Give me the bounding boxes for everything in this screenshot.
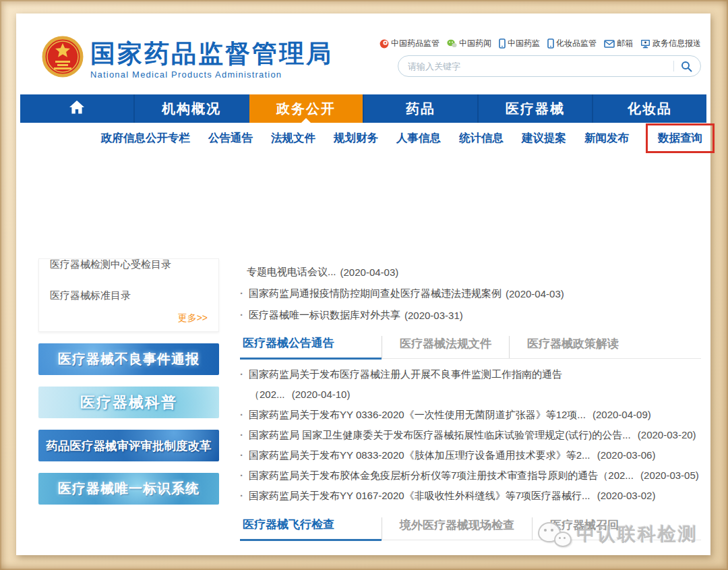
quicklink-device-standards-directory[interactable]: 医疗器械标准目录 (50, 289, 208, 302)
nav-medical-devices[interactable]: 医疗器械 (477, 94, 592, 123)
search-icon[interactable] (681, 61, 692, 72)
news-item[interactable]: 医疗器械唯一标识数据库对外共享 (2020-03-31) (240, 304, 701, 326)
nav-cosmetics[interactable]: 化妆品 (592, 94, 706, 123)
weibo-icon (380, 39, 389, 49)
subnav-personnel[interactable]: 人事信息 (396, 131, 441, 146)
more-link[interactable]: 更多>> (50, 312, 208, 324)
top-links: 中国药品监管 中国药闻 中国药监 (398, 38, 701, 49)
news-date: (2020-04-03) (340, 266, 399, 278)
nav-agency-overview[interactable]: 机构概况 (133, 94, 248, 123)
search-divider (673, 61, 674, 72)
dropdown-panel (16, 154, 710, 258)
top-news-list: 专题电视电话会议... (2020-04-03) 国家药监局通报疫情防控期间查处… (240, 258, 701, 326)
header-link-mail[interactable]: 邮箱 (604, 38, 633, 49)
news-date: (2020-03-05) (640, 469, 699, 481)
list-item[interactable]: 国家药监局关于发布YY 0336-2020《一次性使用无菌阴道扩张器》等12项.… (240, 405, 701, 425)
news-item[interactable]: 国家药监局通报疫情防控期间查处医疗器械违法违规案例 (2020-04-03) (240, 283, 701, 304)
notice-list: 国家药监局关于发布医疗器械注册人开展不良事件监测工作指南的通告 （202... … (240, 364, 701, 506)
banner-review-approval-reform[interactable]: 药品医疗器械审评审批制度改革 (38, 430, 219, 461)
header-right: 中国药品监管 中国药闻 中国药监 (398, 38, 701, 77)
news-date: (2020-03-20) (638, 429, 696, 440)
site-subtitle: National Medical Products Administration (90, 69, 333, 80)
banner-device-science[interactable]: 医疗器械科普 (38, 387, 219, 418)
subnav-proposals[interactable]: 建议提案 (522, 131, 566, 146)
tab-overseas-onsite-inspection[interactable]: 境外医疗器械现场检查 (382, 517, 532, 540)
list-item[interactable]: 国家药监局关于发布YY 0167-2020《非吸收性外科缝线》等7项医疗器械行.… (240, 486, 701, 506)
list-item[interactable]: 国家药监局关于发布医疗器械注册人开展不良事件监测工作指南的通告 （202... … (240, 364, 701, 405)
main-column: 专题电视电话会议... (2020-04-03) 国家药监局通报疫情防控期间查处… (240, 258, 701, 540)
site-brand: 国家药品监督管理局 National Medical Products Admi… (90, 40, 333, 80)
subnav-gov-info-disclosure[interactable]: 政府信息公开专栏 (101, 131, 190, 146)
tab-device-policy-interpretation[interactable]: 医疗器械政策解读 (509, 336, 636, 358)
tab-device-regulations[interactable]: 医疗器械法规文件 (382, 336, 509, 358)
search-bar (398, 55, 701, 77)
device-directory-panel: 医疗器械检测中心受检目录 医疗器械标准目录 更多>> (38, 258, 219, 332)
header-link-wechat[interactable]: 中国药闻 (447, 38, 491, 49)
browser-page: 国家药品监督管理局 National Medical Products Admi… (16, 13, 710, 555)
banner-udi-system[interactable]: 医疗器械唯一标识系统 (38, 473, 219, 505)
subnav-news-release[interactable]: 新闻发布 (584, 131, 629, 146)
wechat-icon (447, 39, 457, 48)
content-area: 医疗器械检测中心受检目录 医疗器械标准目录 更多>> 医疗器械不良事件通报 医疗… (20, 258, 706, 555)
header-link-info-report[interactable]: 政务信息报送 (640, 38, 701, 49)
site-header: 国家药品监督管理局 National Medical Products Admi… (16, 13, 710, 94)
header-link-cosmetics-app[interactable]: 化妆品监管 (547, 38, 597, 49)
subnav-statistics[interactable]: 统计信息 (459, 131, 504, 146)
news-date: (2020-04-10) (292, 389, 351, 400)
news-date: (2020-03-31) (404, 310, 463, 321)
header-link-nmpa-app[interactable]: 中国药监 (499, 38, 540, 49)
national-emblem-logo (42, 35, 84, 78)
nav-gov-affairs[interactable]: 政务公开 (249, 94, 363, 123)
home-icon (68, 99, 86, 119)
nav-drugs[interactable]: 药品 (363, 94, 477, 123)
news-date: (2020-03-06) (597, 449, 656, 461)
subnav-planning-finance[interactable]: 规划财务 (334, 131, 378, 146)
site-title: 国家药品监督管理局 (90, 40, 333, 67)
data-query-highlight-box: 数据查询 (646, 123, 715, 153)
tab-flight-inspection[interactable]: 医疗器械飞行检查 (240, 517, 382, 541)
mobile-icon (499, 38, 506, 49)
news-date: (2020-04-03) (506, 288, 564, 300)
monitor-icon (640, 39, 650, 49)
watermark-text: 中认联科检测 (577, 522, 698, 546)
quicklink-device-testing-directory[interactable]: 医疗器械检测中心受检目录 (50, 258, 208, 271)
news-date: (2020-04-09) (593, 409, 651, 420)
header-link-weibo[interactable]: 中国药品监管 (380, 38, 439, 49)
list-item[interactable]: 国家药监局关于发布YY 0833-2020《肢体加压理疗设备通用技术要求》等2.… (240, 445, 701, 465)
tab-device-notices[interactable]: 医疗器械公告通告 (240, 335, 382, 360)
main-nav: 机构概况 政务公开 药品 医疗器械 化妆品 (20, 94, 706, 123)
news-date: (2020-03-02) (597, 490, 656, 501)
subnav-regulations[interactable]: 法规文件 (271, 131, 315, 146)
list-item[interactable]: 国家药监局 国家卫生健康委关于发布医疗器械拓展性临床试验管理规定(试行)的公告.… (240, 425, 701, 445)
subnav-notices[interactable]: 公告通告 (208, 131, 253, 146)
list-item[interactable]: 国家药监局关于发布胶体金免疫层析分析仪等7项注册技术审查指导原则的通告（202.… (240, 465, 701, 486)
nav-home[interactable] (20, 94, 133, 123)
news-item[interactable]: 专题电视电话会议... (2020-04-03) (240, 261, 701, 283)
device-notice-tabs: 医疗器械公告通告 医疗器械法规文件 医疗器械政策解读 (240, 334, 701, 359)
wechat-bubbles-icon (538, 519, 572, 549)
gov-affairs-subnav: 政府信息公开专栏 公告通告 法规文件 规划财务 人事信息 统计信息 建议提案 新… (16, 123, 710, 154)
search-input[interactable] (406, 61, 673, 72)
banner-adverse-event-report[interactable]: 医疗器械不良事件通报 (38, 343, 219, 375)
mobile-icon (547, 38, 554, 49)
list-item-continuation: （202... (2020-04-10) (240, 384, 701, 405)
sidebar: 医疗器械检测中心受检目录 医疗器械标准目录 更多>> 医疗器械不良事件通报 医疗… (38, 258, 219, 505)
watermark: 中认联科检测 (538, 519, 698, 549)
subnav-data-query[interactable]: 数据查询 (658, 132, 702, 144)
mail-icon (604, 40, 615, 48)
